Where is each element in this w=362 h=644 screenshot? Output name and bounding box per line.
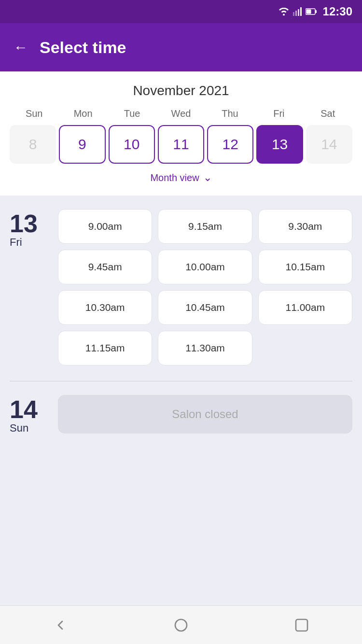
signal-icon — [293, 7, 302, 16]
day-number-13: 13 — [10, 211, 38, 236]
month-view-toggle[interactable]: Month view ⌄ — [10, 164, 352, 188]
slot-1100am[interactable]: 11.00am — [258, 290, 352, 325]
slot-1115am[interactable]: 11.15am — [58, 331, 152, 365]
slot-915am[interactable]: 9.15am — [158, 209, 252, 244]
weekday-thu: Thu — [206, 108, 254, 119]
weekday-tue: Tue — [108, 108, 156, 119]
day-label-13: 13 Fri — [10, 209, 48, 365]
slot-1130am[interactable]: 11.30am — [158, 331, 252, 365]
date-14: 14 — [306, 125, 352, 164]
date-13[interactable]: 13 — [256, 125, 303, 164]
divider — [10, 381, 352, 381]
dates-row: 8 9 10 11 12 13 14 — [10, 125, 352, 164]
status-icons — [278, 7, 317, 16]
svg-point-7 — [175, 619, 187, 631]
status-time: 12:30 — [323, 5, 352, 18]
date-12[interactable]: 12 — [207, 125, 253, 164]
page-title: Select time — [40, 38, 126, 57]
wifi-icon — [278, 8, 289, 15]
svg-rect-8 — [296, 619, 307, 631]
chevron-down-icon: ⌄ — [203, 171, 212, 184]
nav-home-button[interactable] — [171, 616, 191, 635]
slot-930am[interactable]: 9.30am — [258, 209, 352, 244]
salon-closed-label: Salon closed — [58, 395, 352, 434]
slot-945am[interactable]: 9.45am — [58, 250, 152, 284]
calendar-section: November 2021 Sun Mon Tue Wed Thu Fri Sa… — [0, 71, 362, 196]
back-nav-icon — [53, 617, 68, 633]
day-name-13: Fri — [10, 236, 22, 249]
date-11[interactable]: 11 — [158, 125, 204, 164]
weekday-row: Sun Mon Tue Wed Thu Fri Sat — [10, 108, 352, 119]
day-label-14: 14 Sun — [10, 395, 48, 434]
slots-section: 13 Fri 9.00am 9.15am 9.30am 9.45am 10.00… — [0, 196, 362, 605]
nav-back-button[interactable] — [51, 616, 70, 635]
weekday-sun: Sun — [10, 108, 58, 119]
svg-rect-0 — [293, 12, 294, 16]
month-view-label: Month view — [150, 172, 199, 183]
day-number-14: 14 — [10, 397, 38, 422]
recent-nav-icon — [294, 617, 309, 633]
slot-1000am[interactable]: 10.00am — [158, 250, 252, 284]
battery-icon — [306, 8, 317, 15]
slot-1015am[interactable]: 10.15am — [258, 250, 352, 284]
slot-1045am[interactable]: 10.45am — [158, 290, 252, 325]
date-10[interactable]: 10 — [109, 125, 155, 164]
day-name-14: Sun — [10, 422, 28, 434]
home-nav-icon — [173, 617, 189, 633]
svg-rect-3 — [300, 7, 302, 16]
slot-900am[interactable]: 9.00am — [58, 209, 152, 244]
svg-rect-5 — [306, 10, 311, 14]
date-9[interactable]: 9 — [59, 125, 105, 164]
svg-rect-6 — [315, 10, 317, 13]
month-year-label: November 2021 — [10, 83, 352, 98]
status-bar: 12:30 — [0, 0, 362, 23]
svg-rect-2 — [298, 9, 299, 16]
slots-grid-13: 9.00am 9.15am 9.30am 9.45am 10.00am 10.1… — [58, 209, 352, 365]
day-block-13: 13 Fri 9.00am 9.15am 9.30am 9.45am 10.00… — [10, 209, 352, 365]
day-block-14: 14 Sun Salon closed — [10, 395, 352, 434]
bottom-nav — [0, 605, 362, 644]
weekday-mon: Mon — [58, 108, 107, 119]
slot-1030am[interactable]: 10.30am — [58, 290, 152, 325]
weekday-fri: Fri — [254, 108, 303, 119]
nav-recent-button[interactable] — [292, 616, 311, 635]
app-header: ← Select time — [0, 23, 362, 71]
weekday-sat: Sat — [304, 108, 352, 119]
back-button[interactable]: ← — [14, 39, 28, 56]
weekday-wed: Wed — [156, 108, 205, 119]
svg-rect-1 — [295, 11, 297, 16]
date-8: 8 — [10, 125, 56, 164]
